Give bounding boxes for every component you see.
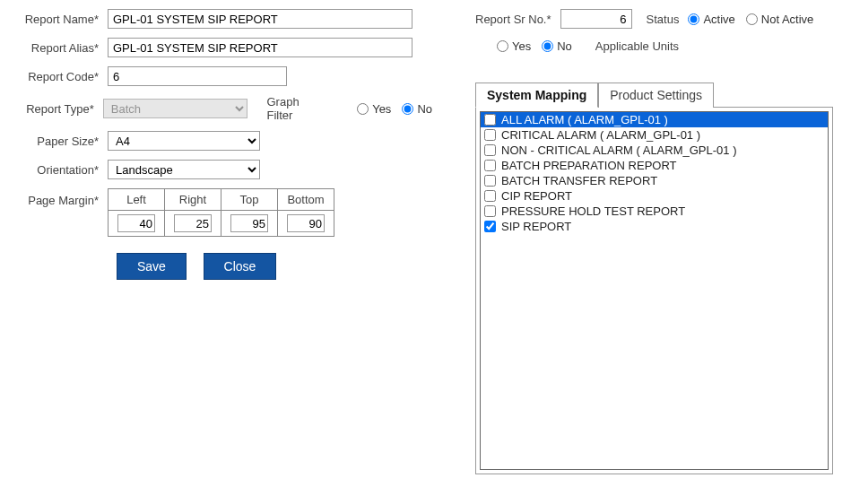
- list-item-checkbox[interactable]: [484, 205, 496, 217]
- page-margin-table: Left Right Top Bottom: [108, 188, 334, 237]
- list-item-label: SIP REPORT: [501, 220, 571, 233]
- margin-top-input[interactable]: [230, 214, 268, 232]
- applicable-units-label: Applicable Units: [595, 39, 679, 53]
- report-code-input[interactable]: [108, 66, 287, 86]
- applicable-units-no-label: No: [557, 39, 572, 53]
- list-item-label: CRITICAL ALARM ( ALARM_GPL-01 ): [501, 128, 700, 142]
- orientation-label: Orientation*: [18, 163, 108, 177]
- paper-size-select[interactable]: A4: [108, 131, 260, 151]
- margin-left-header: Left: [109, 189, 165, 211]
- list-item[interactable]: BATCH PREPARATION REPORT: [481, 158, 828, 173]
- margin-right-input[interactable]: [174, 214, 212, 232]
- list-item[interactable]: NON - CRITICAL ALARM ( ALARM_GPL-01 ): [481, 143, 828, 158]
- list-item-checkbox[interactable]: [484, 129, 496, 141]
- report-srno-label: Report Sr No.*: [475, 13, 551, 26]
- graph-filter-yes-label: Yes: [372, 102, 391, 116]
- margin-left-input[interactable]: [117, 214, 155, 232]
- list-item-label: CIP REPORT: [501, 189, 572, 203]
- applicable-units-no-radio[interactable]: [542, 40, 553, 52]
- list-item-checkbox[interactable]: [484, 221, 496, 232]
- report-name-label: Report Name*: [18, 13, 108, 26]
- graph-filter-yes-radio[interactable]: [357, 103, 369, 115]
- close-button[interactable]: Close: [204, 253, 277, 280]
- graph-filter-no-radio[interactable]: [402, 103, 413, 115]
- list-item-checkbox[interactable]: [484, 175, 496, 187]
- list-item-label: BATCH PREPARATION REPORT: [501, 159, 677, 172]
- report-type-label: Report Type*: [18, 102, 103, 116]
- report-code-label: Report Code*: [18, 70, 108, 83]
- margin-bottom-header: Bottom: [278, 189, 334, 211]
- orientation-select[interactable]: Landscape: [108, 160, 260, 179]
- report-srno-input[interactable]: [560, 9, 632, 29]
- status-label: Status: [647, 13, 680, 26]
- graph-filter-no-label: No: [417, 102, 432, 116]
- list-item-label: ALL ALARM ( ALARM_GPL-01 ): [501, 113, 668, 126]
- margin-right-header: Right: [165, 189, 221, 211]
- list-item-checkbox[interactable]: [484, 144, 496, 156]
- list-item-label: PRESSURE HOLD TEST REPORT: [501, 204, 685, 218]
- list-item-checkbox[interactable]: [484, 190, 496, 202]
- tab-system-mapping[interactable]: System Mapping: [475, 83, 598, 108]
- report-alias-input[interactable]: [108, 38, 412, 57]
- list-item-label: NON - CRITICAL ALARM ( ALARM_GPL-01 ): [501, 143, 736, 157]
- save-button[interactable]: Save: [117, 253, 187, 280]
- paper-size-label: Paper Size*: [18, 135, 108, 148]
- margin-bottom-input[interactable]: [287, 214, 325, 232]
- list-item[interactable]: ALL ALARM ( ALARM_GPL-01 ): [481, 112, 828, 127]
- graph-filter-label: Graph Filter: [267, 95, 326, 122]
- report-type-select: Batch: [103, 99, 247, 118]
- list-item-checkbox[interactable]: [484, 160, 496, 171]
- list-item[interactable]: CIP REPORT: [481, 188, 828, 204]
- list-item[interactable]: CRITICAL ALARM ( ALARM_GPL-01 ): [481, 127, 828, 143]
- status-notactive-radio[interactable]: [746, 13, 758, 25]
- margin-top-header: Top: [221, 189, 278, 211]
- status-active-radio[interactable]: [688, 13, 699, 25]
- tab-product-settings[interactable]: Product Settings: [598, 83, 714, 108]
- list-item-checkbox[interactable]: [484, 114, 496, 126]
- tab-panel-system-mapping: ALL ALARM ( ALARM_GPL-01 )CRITICAL ALARM…: [475, 107, 833, 474]
- list-item-label: BATCH TRANSFER REPORT: [501, 174, 657, 187]
- report-alias-label: Report Alias*: [18, 41, 108, 55]
- report-name-input[interactable]: [108, 9, 412, 29]
- status-active-label: Active: [703, 13, 734, 26]
- page-margin-label: Page Margin*: [18, 188, 108, 207]
- mapping-listbox[interactable]: ALL ALARM ( ALARM_GPL-01 )CRITICAL ALARM…: [480, 111, 829, 470]
- status-notactive-label: Not Active: [761, 13, 814, 26]
- list-item[interactable]: PRESSURE HOLD TEST REPORT: [481, 204, 828, 219]
- list-item[interactable]: BATCH TRANSFER REPORT: [481, 173, 828, 188]
- applicable-units-yes-label: Yes: [512, 39, 531, 53]
- applicable-units-yes-radio[interactable]: [497, 40, 508, 52]
- list-item[interactable]: SIP REPORT: [481, 219, 828, 234]
